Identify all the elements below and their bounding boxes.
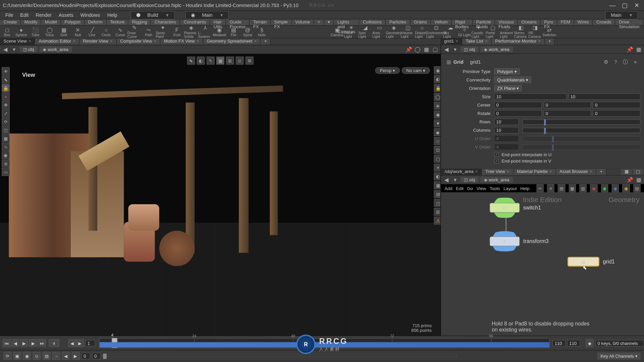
tab-pyrofx[interactable]: Pyro FX [541,19,557,25]
close-icon[interactable]: ✕ [634,3,640,8]
node-grid1[interactable]: ▦ grid1 [568,257,615,266]
back-icon[interactable]: ◀ [443,46,450,53]
tool-curve[interactable]: ∿Curve [113,25,127,38]
tool-camera[interactable]: ▣Camera [330,25,344,38]
menu-edit[interactable]: Edit [17,11,31,18]
scene-viewport[interactable]: ⬉ ◐ ✎ ▦ ⊞ ⊙ ⚙ 👁 ⬉ 🔒 ● ✥ ⤢ ⟳ ◫ ▦ ∿ ◉ ⊛ [0,54,440,336]
slider-rows[interactable] [522,119,640,124]
view-tool[interactable]: 👁 [2,67,10,75]
tool-sky-light[interactable]: ☁Sky Light [443,25,457,38]
panetab-comp[interactable]: Composite View× [117,39,160,45]
panetab-renderview[interactable]: Render View× [79,39,117,45]
split-icon[interactable]: ▦ [423,46,430,53]
tab-wires[interactable]: Wires [574,19,593,25]
snap-curve[interactable]: ∿ [2,143,10,151]
snap-point[interactable]: ◉ [2,151,10,159]
tab-polygon[interactable]: Polygon [61,19,85,25]
netmenu-add[interactable]: Add [444,186,452,191]
netmenu-go[interactable]: Go [467,186,473,191]
tool-l-system[interactable]: ⅄L-System [198,25,212,38]
magnet-icon[interactable]: ⊙ [236,57,244,65]
tool-spiral[interactable]: @Spiral [240,25,255,38]
shelf-dropdown[interactable]: ▾ [324,19,334,25]
field-cz[interactable]: 0 [593,102,641,108]
keyall-dropdown[interactable]: Key All Channels ▾ [597,353,640,359]
path-workarea[interactable]: ◈ work_area [40,46,72,52]
back-icon[interactable]: ◀ [2,46,9,53]
tool-file[interactable]: ▤File [226,25,240,38]
field-cx[interactable]: 0 [494,102,542,108]
tab-guideprocess[interactable]: Guide Process [226,19,250,25]
nettab-assetbrowser[interactable]: Asset Browser× [556,169,596,175]
tool-torus[interactable]: ◯Torus [43,25,57,38]
slider-val[interactable]: 0 [82,353,90,359]
nettab-matpalette[interactable]: Material Palette× [514,169,556,175]
range-start[interactable]: 1 [86,340,95,346]
tab-grains[interactable]: Grains [410,19,431,25]
panetab-takelist[interactable]: Take List× [462,39,491,45]
path-obj[interactable]: ◫ obj [461,177,479,182]
field-cols[interactable]: 10 [494,127,519,133]
panetab-motion[interactable]: Motion FX View× [160,39,203,45]
panetab-anim[interactable]: Animation Editor× [35,39,79,45]
tool-environment-light[interactable]: ⊡Environment Light [429,25,443,38]
rotate-tool[interactable]: ⟳ [2,118,10,126]
field-rows[interactable]: 10 [494,118,519,125]
tab-viscous[interactable]: Viscous Fluids [495,19,518,25]
tool-area-light[interactable]: ▭Area Light [372,25,386,38]
field-rz[interactable]: 0 [593,110,641,117]
tool-metaball[interactable]: ◉Metaball [212,25,226,38]
tool-caustic-light[interactable]: ✦Caustic Light [472,25,486,38]
tool-platonic-solids[interactable]: ◈Platonic Solids [184,25,198,38]
frame-field[interactable]: 4 [49,339,59,347]
panetab-sceneview[interactable]: Scene View× [0,39,35,45]
tab-vellum[interactable]: Vellum [431,19,451,25]
select-tool[interactable]: ⬉ [187,57,195,65]
tool-draw-curve[interactable]: ✎Draw Curve [127,25,142,38]
field-ry[interactable]: 0 [543,110,591,117]
link-icon[interactable]: ◯ [414,46,421,53]
persp-dropdown[interactable]: Persp ▾ [375,67,400,74]
pin-icon[interactable]: 📌 [626,46,633,53]
netmenu-help[interactable]: Help [520,186,529,191]
tab-fem[interactable]: FEM [557,19,574,25]
gear-icon[interactable]: ⚙ [602,58,609,65]
gear-icon[interactable]: ⚙ [246,57,254,65]
slider-cols[interactable] [522,127,640,133]
scale-tool[interactable]: ⤢ [2,109,10,117]
range-end[interactable]: 110 [552,340,566,346]
tab-characters[interactable]: Characters [151,19,180,25]
tab-terrainfx[interactable]: Terrain FX [250,19,271,25]
snap-grid[interactable]: ▦ [2,134,10,142]
warning-icon[interactable]: ⚠ [434,217,441,225]
tab-plus[interactable]: + [314,19,324,25]
camera-dropdown[interactable]: No cam ▾ [401,67,430,74]
tab-lights[interactable]: Lights and Cameras [334,19,359,25]
snap-tool[interactable]: ⊞ [226,57,234,65]
desktop-selector[interactable]: ⬢ Build▾ [130,11,174,19]
main-selector[interactable]: ◉ Main▾ [185,11,229,19]
pointer-tool[interactable]: ⬉ [2,75,10,83]
tab-texture[interactable]: Texture [106,19,128,25]
tool-stereo-camera[interactable]: ◧Stereo Camera [514,25,528,38]
lasso-tool[interactable]: ◐ [197,57,205,65]
brush-tool[interactable]: ✎ [207,57,215,65]
menu-file[interactable]: File [3,11,16,18]
field-cy[interactable]: 0 [543,102,591,108]
panetab-perfmon[interactable]: Performance Monitor× [492,39,545,45]
maximize-icon[interactable]: ▢ [622,3,627,8]
node-transform3[interactable]: ✥ transform3 [490,237,549,246]
move-tool[interactable]: ✥ [2,101,10,109]
main-take[interactable]: Main▾ [605,11,638,19]
tab-rigid[interactable]: Rigid Bodies [451,19,473,25]
forward-icon[interactable]: ▾ [11,46,18,53]
goto-end-button[interactable]: ⏭ [38,339,46,347]
checkbox-interpu[interactable]: ✓End-point interpolate in U [494,152,640,157]
node-switch1[interactable]: ⇄ switch1 [490,203,541,213]
menu-assets[interactable]: Assets [56,11,76,18]
netmenu-edit[interactable]: Edit [456,186,464,191]
construction[interactable]: ▭ [2,168,10,176]
lock-icon[interactable]: 🔒 [2,84,10,92]
tab-simplefx[interactable]: Simple FX [271,19,292,25]
netmenu-view[interactable]: View [477,186,486,191]
